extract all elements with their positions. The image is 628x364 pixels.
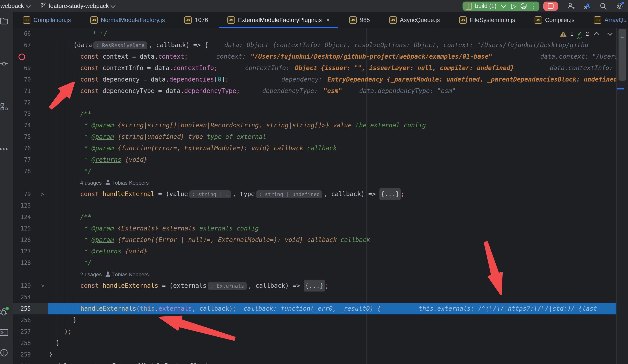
project-tool-button[interactable] — [0, 16, 9, 26]
code-text[interactable]: (data: ResResolveData, callback) => {dat… — [48, 39, 628, 51]
line-number[interactable]: 75 — [15, 131, 31, 143]
inspections-widget[interactable]: 1 ✔ 2 — [560, 30, 611, 37]
gutter[interactable]: 126 — [13, 234, 48, 246]
line-number[interactable]: 74 — [15, 120, 31, 131]
gutter[interactable]: 129> — [13, 280, 48, 291]
gutter[interactable]: 74 — [13, 120, 48, 131]
code-text[interactable]: handleExternals(this.externals, callback… — [48, 303, 628, 314]
code-line[interactable]: 4 usagesTobias Koppers — [13, 177, 628, 188]
code-text[interactable]: * @param {function((Error | null)=, Exte… — [48, 234, 628, 246]
stripe-execution-mark[interactable] — [617, 88, 624, 89]
breakpoint-icon[interactable] — [18, 54, 25, 60]
prev-problem-button[interactable] — [594, 32, 599, 37]
line-number[interactable]: 258 — [15, 337, 31, 349]
gutter[interactable]: 67 — [13, 39, 48, 51]
gutter[interactable]: 76 — [13, 143, 48, 154]
code-text[interactable]: */ — [48, 165, 628, 177]
more-tool-windows-button[interactable]: ••• — [0, 144, 9, 154]
code-text[interactable]: const handleExternals = (externals: Exte… — [48, 280, 628, 291]
line-number[interactable]: 71 — [15, 85, 31, 97]
line-number[interactable]: 76 — [15, 143, 31, 154]
code-text[interactable]: const context = data.context;context: "/… — [48, 51, 628, 62]
gutter[interactable]: 75 — [13, 131, 48, 143]
code-line[interactable]: 254 — [13, 291, 628, 303]
gutter[interactable]: 259 — [13, 349, 48, 360]
code-line[interactable]: 126* @param {function((Error | null)=, E… — [13, 234, 628, 246]
gutter[interactable]: 125 — [13, 223, 48, 234]
code-text[interactable] — [48, 97, 628, 108]
line-number[interactable]: 124 — [15, 211, 31, 223]
line-number[interactable]: 77 — [15, 154, 31, 165]
problems-tool-button[interactable] — [0, 348, 9, 358]
gutter[interactable]: 69 — [13, 62, 48, 74]
gutter[interactable]: 124 — [13, 211, 48, 223]
line-number[interactable]: 67 — [15, 39, 31, 51]
code-text[interactable]: const dependencyType = data.dependencyTy… — [48, 85, 628, 97]
gutter[interactable]: 255 — [13, 303, 48, 314]
code-text[interactable]: const handleExternal = (value: string | … — [48, 188, 628, 200]
fold-arrow-icon[interactable]: > — [41, 188, 45, 200]
more-run-actions-button[interactable]: ⋮ — [531, 2, 537, 10]
gutter[interactable]: 73 — [13, 108, 48, 120]
gutter[interactable]: 78 — [13, 165, 48, 177]
gutter[interactable]: 128 — [13, 257, 48, 269]
line-number[interactable]: 255 — [15, 303, 31, 314]
gutter[interactable]: 123 — [13, 200, 48, 211]
gutter[interactable]: 70 — [13, 74, 48, 85]
gutter[interactable]: 127 — [13, 246, 48, 257]
code-line[interactable]: 74* @param {string|string[]|boolean|Reco… — [13, 120, 628, 131]
gutter[interactable]: 254 — [13, 291, 48, 303]
code-line[interactable]: 124/** — [13, 211, 628, 223]
code-text[interactable]: */ — [48, 257, 628, 269]
code-line[interactable]: 127* @returns {void} — [13, 246, 628, 257]
line-number[interactable]: 69 — [15, 62, 31, 74]
commit-tool-button[interactable] — [0, 59, 9, 69]
gutter[interactable] — [13, 177, 48, 188]
project-selector[interactable]: webpack — [0, 3, 29, 9]
editor-scrollbar[interactable]: ~ — [616, 28, 628, 364]
execution-line[interactable]: 255handleExternals(this.externals, callb… — [13, 303, 628, 314]
code-line[interactable]: 69const contextInfo = data.contextInfo;c… — [13, 62, 628, 74]
code-text[interactable] — [48, 291, 628, 303]
code-line[interactable]: const context = data.context;context: "/… — [13, 51, 628, 62]
code-text[interactable]: const dependency = data.dependencies[0];… — [48, 74, 628, 85]
line-number[interactable]: 123 — [15, 200, 31, 211]
line-number[interactable]: 254 — [15, 291, 31, 303]
line-number[interactable]: 72 — [15, 97, 31, 108]
line-number[interactable]: 259 — [15, 349, 31, 360]
line-number[interactable]: 125 — [15, 223, 31, 234]
code-line[interactable]: 256} — [13, 314, 628, 326]
line-number[interactable]: 73 — [15, 108, 31, 120]
code-line[interactable]: 260module.exports = ExternalModuleFactor… — [13, 360, 628, 364]
terminal-tool-button[interactable] — [0, 328, 9, 337]
editor-tab[interactable]: JSNormalModuleFactory.js — [81, 12, 175, 28]
code-text[interactable]: 4 usagesTobias Koppers — [48, 177, 628, 188]
line-number[interactable]: 256 — [15, 314, 31, 326]
code-line[interactable]: 77* @returns {void} — [13, 154, 628, 165]
code-line[interactable]: 76* @param {function(Error=, ExternalMod… — [13, 143, 628, 154]
code-with-me-button[interactable] — [567, 2, 575, 10]
gutter[interactable]: 71 — [13, 85, 48, 97]
line-number[interactable]: 260 — [15, 360, 31, 364]
code-text[interactable]: * @returns {void} — [48, 246, 628, 257]
code-editor[interactable]: 66* */67(data: ResResolveData, callback)… — [13, 28, 628, 364]
code-line[interactable]: 71const dependencyType = data.dependency… — [13, 85, 628, 97]
code-line[interactable]: 66* */ — [13, 28, 628, 39]
vcs-branch-selector[interactable]: feature-study-webpack — [40, 3, 114, 10]
gutter[interactable] — [13, 51, 48, 62]
debug-tool-button[interactable] — [0, 307, 9, 317]
code-line[interactable]: 67(data: ResResolveData, callback) => {d… — [13, 39, 628, 51]
line-number[interactable]: 127 — [15, 246, 31, 257]
code-text[interactable]: module.exports = ExternalModuleFactoryPl… — [48, 360, 628, 364]
line-number[interactable]: 257 — [15, 326, 31, 337]
code-text[interactable]: 2 usagesTobias Koppers — [48, 269, 628, 280]
gutter[interactable]: 256 — [13, 314, 48, 326]
editor-tab[interactable]: JSCompilation.js — [13, 12, 81, 28]
code-text[interactable]: /** — [48, 108, 628, 120]
search-everywhere-button[interactable] — [599, 2, 607, 10]
code-line[interactable]: 73/** — [13, 108, 628, 120]
editor-tab[interactable]: JSCompiler.js — [525, 12, 584, 28]
code-line[interactable]: 258} — [13, 337, 628, 349]
gutter[interactable]: 257 — [13, 326, 48, 337]
editor-tab[interactable]: JS985 — [340, 12, 380, 28]
